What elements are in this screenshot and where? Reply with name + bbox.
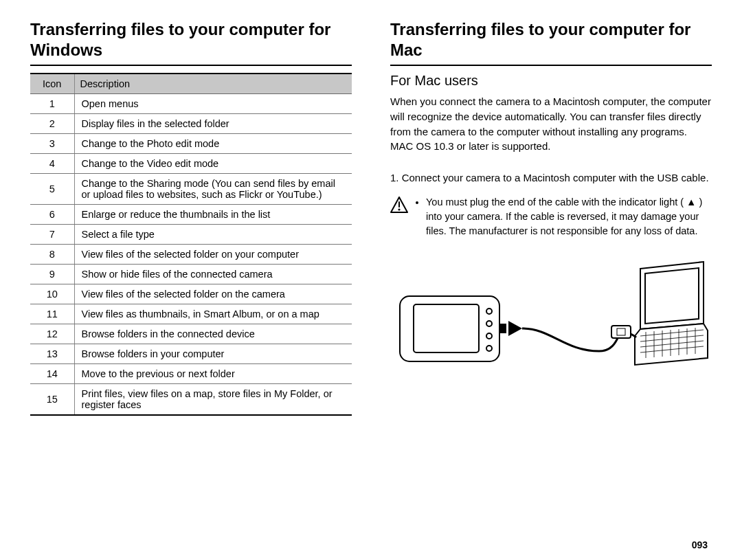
warning-icon	[390, 197, 408, 213]
table-cell-icon: 2	[30, 114, 74, 134]
table-row: 7Select a file type	[30, 225, 352, 245]
table-row: 1Open menus	[30, 94, 352, 114]
step-1: 1. Connect your camera to a Macintosh co…	[390, 170, 712, 186]
table-cell-description: View files as thumbnails, in Smart Album…	[74, 304, 352, 324]
table-cell-icon: 1	[30, 94, 74, 114]
table-row: 14Move to the previous or next folder	[30, 364, 352, 384]
table-row: 3Change to the Photo edit mode	[30, 134, 352, 154]
icon-description-table: Icon Description 1Open menus2Display fil…	[30, 73, 352, 416]
table-cell-description: Print files, view files on a map, store …	[74, 384, 352, 416]
table-cell-description: Enlarge or reduce the thumbnails in the …	[74, 205, 352, 225]
table-cell-description: Show or hide files of the connected came…	[74, 265, 352, 284]
table-cell-description: Change to the Video edit mode	[74, 154, 352, 174]
table-row: 8View files of the selected folder on yo…	[30, 245, 352, 265]
table-header-icon: Icon	[30, 74, 74, 94]
table-row: 6Enlarge or reduce the thumbnails in the…	[30, 205, 352, 225]
table-cell-icon: 6	[30, 205, 74, 225]
camera-to-laptop-illustration	[390, 255, 712, 392]
table-cell-description: View files of the selected folder on you…	[74, 245, 352, 265]
caution-note: You must plug the end of the cable with …	[390, 195, 712, 238]
table-cell-icon: 13	[30, 344, 74, 364]
table-cell-description: Change to the Sharing mode (You can send…	[74, 174, 352, 205]
table-cell-icon: 10	[30, 284, 74, 304]
page-number: 093	[692, 539, 708, 550]
table-cell-icon: 15	[30, 384, 74, 416]
table-cell-icon: 9	[30, 265, 74, 284]
table-cell-description: Select a file type	[74, 225, 352, 245]
table-row: 10View files of the selected folder on t…	[30, 284, 352, 304]
windows-column: Transferring files to your computer for …	[30, 19, 352, 416]
table-cell-description: View files of the selected folder on the…	[74, 284, 352, 304]
table-cell-icon: 8	[30, 245, 74, 265]
table-row: 4Change to the Video edit mode	[30, 154, 352, 174]
table-cell-icon: 7	[30, 225, 74, 245]
svg-point-6	[486, 321, 492, 326]
svg-point-5	[486, 309, 492, 314]
table-cell-icon: 12	[30, 324, 74, 344]
table-cell-icon: 5	[30, 174, 74, 205]
svg-point-8	[486, 346, 492, 351]
table-cell-icon: 14	[30, 364, 74, 384]
table-cell-icon: 4	[30, 154, 74, 174]
table-row: 9Show or hide files of the connected cam…	[30, 265, 352, 284]
table-row: 11View files as thumbnails, in Smart Alb…	[30, 304, 352, 324]
windows-heading: Transferring files to your computer for …	[30, 19, 352, 60]
windows-heading-rule	[30, 65, 352, 66]
table-row: 12Browse folders in the connected device	[30, 324, 352, 344]
table-cell-icon: 3	[30, 134, 74, 154]
table-row: 13Browse folders in your computer	[30, 344, 352, 364]
svg-point-7	[486, 333, 492, 339]
svg-rect-12	[617, 328, 625, 335]
table-cell-description: Display files in the selected folder	[74, 114, 352, 134]
caution-text: You must plug the end of the cable with …	[426, 195, 712, 238]
mac-heading-rule	[390, 65, 712, 66]
svg-marker-10	[508, 321, 522, 336]
svg-rect-9	[499, 324, 506, 333]
table-row: 2Display files in the selected folder	[30, 114, 352, 134]
table-row: 5Change to the Sharing mode (You can sen…	[30, 174, 352, 205]
table-cell-description: Browse folders in the connected device	[74, 324, 352, 344]
svg-point-2	[398, 208, 400, 210]
table-cell-icon: 11	[30, 304, 74, 324]
table-cell-description: Change to the Photo edit mode	[74, 134, 352, 154]
mac-subheading: For Mac users	[390, 73, 712, 89]
mac-column: Transferring files to your computer for …	[390, 19, 712, 416]
mac-heading: Transferring files to your computer for …	[390, 19, 712, 60]
mac-intro-paragraph: When you connect the camera to a Macinto…	[390, 94, 712, 154]
table-header-description: Description	[74, 74, 352, 94]
table-cell-description: Move to the previous or next folder	[74, 364, 352, 384]
table-cell-description: Browse folders in your computer	[74, 344, 352, 364]
svg-rect-4	[414, 304, 479, 352]
table-row: 15Print files, view files on a map, stor…	[30, 384, 352, 416]
table-cell-description: Open menus	[74, 94, 352, 114]
